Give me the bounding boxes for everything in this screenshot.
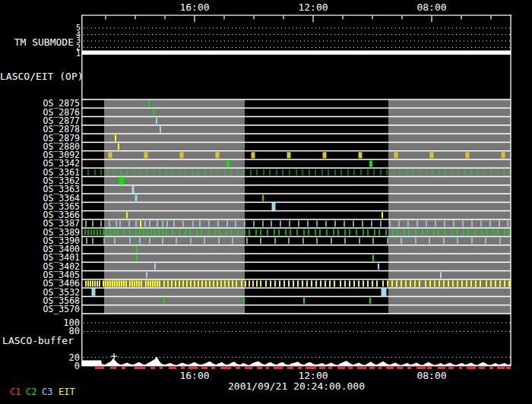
- lasco-buffer-section-label: LASCO-buffer: [0, 336, 74, 346]
- timestamp-label: 2001/09/21 20:24:00.000: [205, 381, 388, 392]
- buffer-ytick-label: 80: [0, 327, 80, 336]
- tm-submode-level-label: 1: [0, 50, 81, 58]
- buffer-ytick-label: 0: [0, 361, 80, 371]
- bottom-axis-label: 12:00: [290, 371, 336, 381]
- legend-item-eit: EIT: [59, 387, 75, 397]
- top-axis-label: 12:00: [290, 2, 336, 13]
- legend-item-c2: C2: [26, 387, 36, 397]
- top-axis-label: 08:00: [409, 2, 454, 13]
- legend-item-c3: C3: [42, 387, 52, 397]
- os-row-label: OS_3570: [0, 305, 80, 314]
- timeline-plot: [0, 0, 532, 404]
- lasco-timeline-screen: TM SUBMODE LASCO/EIT (OP) LASCO-buffer 2…: [0, 0, 532, 404]
- bottom-axis-label: 08:00: [409, 371, 454, 381]
- bottom-axis-label: 16:00: [172, 371, 217, 381]
- lasco-eit-section-label: LASCO/EIT (OP): [0, 71, 77, 82]
- legend-item-c1: C1: [10, 387, 21, 397]
- top-axis-label: 16:00: [172, 2, 217, 13]
